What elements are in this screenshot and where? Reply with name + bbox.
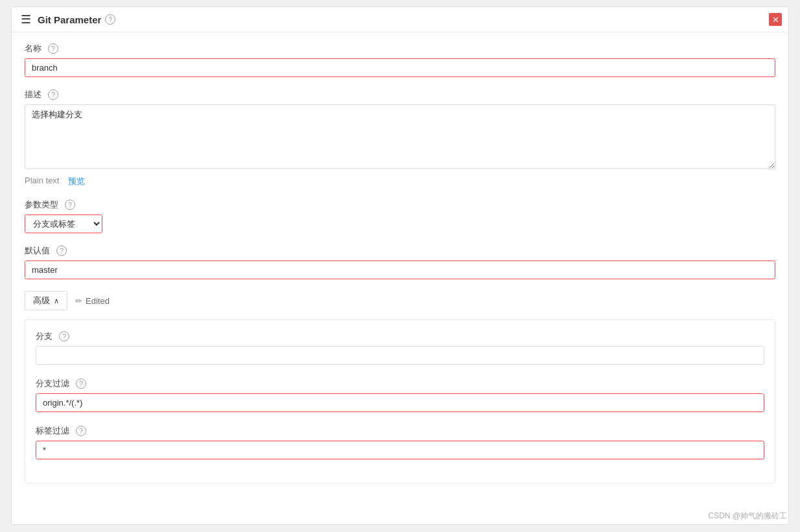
param-type-select[interactable]: 分支或标签 分支 标签 修订版本 bbox=[25, 214, 102, 233]
description-label: 描述 ? bbox=[25, 89, 775, 100]
branch-filter-help-icon[interactable]: ? bbox=[76, 378, 86, 389]
tag-filter-input[interactable] bbox=[36, 441, 764, 459]
name-input[interactable] bbox=[25, 58, 775, 77]
branch-filter-group: 分支过滤 ? bbox=[36, 378, 764, 412]
description-group: 描述 ? 选择构建分支 Plain text 预览 bbox=[25, 89, 775, 187]
param-type-label: 参数类型 ? bbox=[25, 199, 775, 211]
default-value-input[interactable] bbox=[25, 260, 775, 279]
advanced-section: 高级 ∧ ✏ Edited 分支 ? bbox=[25, 291, 775, 483]
watermark: CSDN @帅气的搬砖工 bbox=[708, 511, 787, 522]
edit-icon: ✏ bbox=[75, 296, 82, 306]
branch-filter-label: 分支过滤 ? bbox=[36, 378, 764, 389]
default-value-group: 默认值 ? bbox=[25, 245, 775, 279]
form-body: 名称 ? 描述 ? 选择构建分支 Plain text 预览 参数类型 ? bbox=[12, 32, 788, 494]
tag-filter-label: 标签过滤 ? bbox=[36, 425, 764, 437]
name-group: 名称 ? bbox=[25, 43, 775, 77]
param-type-help-icon[interactable]: ? bbox=[65, 200, 75, 210]
panel-title: Git Parameter bbox=[38, 14, 101, 25]
branch-input[interactable] bbox=[36, 346, 764, 365]
panel-header: ☰ Git Parameter ? ✕ bbox=[12, 7, 788, 32]
tag-filter-group: 标签过滤 ? bbox=[36, 425, 764, 459]
preview-tool[interactable]: 预览 bbox=[68, 176, 85, 187]
param-type-group: 参数类型 ? 分支或标签 分支 标签 修订版本 bbox=[25, 199, 775, 233]
name-help-icon[interactable]: ? bbox=[48, 43, 58, 54]
chevron-up-icon: ∧ bbox=[54, 297, 59, 305]
default-value-help-icon[interactable]: ? bbox=[56, 246, 67, 256]
name-label: 名称 ? bbox=[25, 43, 775, 54]
tag-filter-help-icon[interactable]: ? bbox=[76, 426, 86, 436]
advanced-toggle-label: 高级 bbox=[33, 295, 50, 306]
branch-help-icon[interactable]: ? bbox=[59, 331, 69, 341]
branch-label: 分支 ? bbox=[36, 330, 764, 342]
branch-group: 分支 ? bbox=[36, 330, 764, 365]
edited-label: Edited bbox=[86, 296, 110, 306]
text-tools: Plain text 预览 bbox=[25, 176, 775, 187]
header-help-icon[interactable]: ? bbox=[105, 14, 115, 25]
plain-text-tool[interactable]: Plain text bbox=[25, 176, 59, 187]
branch-filter-input[interactable] bbox=[36, 393, 764, 412]
description-textarea[interactable]: 选择构建分支 bbox=[25, 104, 775, 169]
description-help-icon[interactable]: ? bbox=[48, 89, 58, 100]
edited-badge: ✏ Edited bbox=[75, 296, 110, 306]
advanced-toggle-button[interactable]: 高级 ∧ bbox=[25, 291, 67, 310]
menu-icon[interactable]: ☰ bbox=[21, 12, 31, 27]
close-button[interactable]: ✕ bbox=[769, 13, 782, 26]
advanced-content: 分支 ? 分支过滤 ? 标签过滤 ? bbox=[25, 319, 775, 483]
default-value-label: 默认值 ? bbox=[25, 245, 775, 257]
git-parameter-panel: ☰ Git Parameter ? ✕ 名称 ? 描述 ? 选择构建分支 Pla… bbox=[11, 6, 789, 525]
